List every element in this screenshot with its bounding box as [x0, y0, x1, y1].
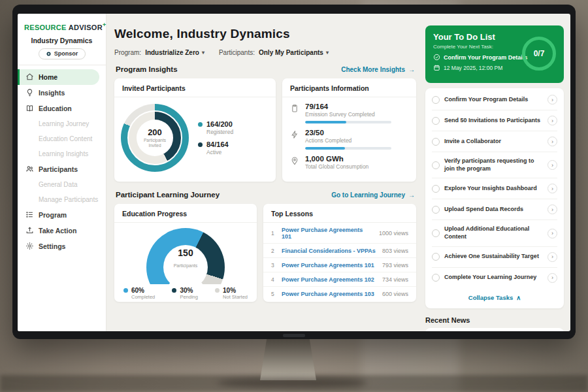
program-insights-cards: Invited Participants 200 Participants In…	[114, 78, 416, 182]
chevron-right-icon[interactable]: ›	[547, 204, 557, 214]
emission-survey-stat: 79/164 Emission Survey Completed	[290, 103, 408, 123]
task-checkbox[interactable]	[432, 96, 440, 104]
invited-participants-title: Invited Participants	[114, 78, 276, 97]
invited-participants-donut: 200 Participants Invited	[121, 104, 189, 172]
sidebar-item-participants[interactable]: Participants	[18, 161, 106, 177]
emission-survey-progressbar	[305, 121, 391, 123]
sponsor-icon	[46, 51, 52, 57]
education-progress-gauge: 150 Participants	[146, 228, 225, 284]
monitor-stand	[260, 338, 316, 380]
lesson-link[interactable]: Power Purchase Agreements 101	[282, 262, 377, 269]
participants-filter: Participants: Only My Participants ▾	[219, 49, 329, 56]
learning-cards: Education Progress 150 Participants	[114, 204, 416, 302]
task-row[interactable]: Upload Additional Educational Content ›	[432, 220, 557, 246]
invited-center-label: Participants Invited	[140, 138, 170, 148]
chevron-right-icon[interactable]: ›	[547, 229, 557, 238]
lesson-link[interactable]: Power Purchase Agreements 101	[282, 227, 374, 240]
arrow-right-icon: →	[408, 66, 415, 73]
registered-dot	[198, 122, 203, 127]
sidebar-item-settings[interactable]: Settings	[18, 238, 106, 254]
program-list-icon	[25, 210, 34, 219]
sidebar-item-manage-participants[interactable]: Manage Participants	[18, 192, 106, 207]
task-row[interactable]: Complete Your Learning Journey ›	[432, 268, 557, 288]
go-to-learning-journey-link[interactable]: Go to Learning Journey →	[331, 191, 415, 199]
sidebar-item-education-content[interactable]: Education Content	[18, 131, 106, 146]
task-checkbox[interactable]	[432, 229, 440, 237]
recent-news-card	[425, 328, 564, 331]
sponsor-badge[interactable]: Sponsor	[39, 48, 86, 59]
sponsor-label: Sponsor	[54, 50, 78, 57]
arrow-right-icon: →	[408, 191, 415, 199]
task-row[interactable]: Achieve One Sustainability Target ›	[432, 247, 557, 268]
program-insights-header: Program Insights Check More Insights →	[116, 65, 415, 73]
participants-filter-select[interactable]: Only My Participants ▾	[259, 49, 329, 56]
actions-progressbar	[305, 147, 391, 150]
sidebar-item-education[interactable]: Education	[18, 101, 106, 116]
sidebar-item-learning-insights[interactable]: Learning Insights	[18, 146, 106, 161]
task-row[interactable]: Confirm Your Program Details ›	[432, 90, 557, 110]
task-checkbox[interactable]	[432, 138, 440, 146]
task-row[interactable]: Send 50 Invitations to Participants ›	[432, 110, 557, 131]
sidebar-item-home[interactable]: Home	[18, 69, 99, 85]
task-row[interactable]: Invite a Collaborator ›	[432, 131, 557, 152]
check-more-insights-link[interactable]: Check More Insights →	[341, 66, 415, 73]
learning-journey-title: Participant Learning Journey	[116, 191, 220, 199]
consumption-stat: 1,000 GWh Total Global Consumption	[290, 155, 408, 170]
task-row[interactable]: Upload Spend Data Records ›	[432, 199, 557, 220]
chevron-right-icon[interactable]: ›	[547, 116, 557, 125]
education-progress-legend: 60% Completed 30% Pending	[114, 284, 257, 300]
chevron-right-icon[interactable]: ›	[547, 184, 557, 193]
sidebar-item-program[interactable]: Program	[18, 207, 106, 223]
program-filter-select[interactable]: Industrialize Zero ▾	[145, 49, 204, 56]
desk-background: RESOURCE ADVISOR+ Industry Dynamics Spon…	[0, 0, 588, 392]
task-row[interactable]: Explore Your Insights Dashboard ›	[432, 178, 557, 199]
legend-registered: 164/200 Registered	[198, 120, 233, 135]
chevron-down-icon: ▾	[326, 50, 329, 56]
sidebar-nav: Home Insights Education Learning Journey…	[18, 65, 106, 254]
task-checkbox[interactable]	[432, 161, 440, 169]
top-lessons-title: Top Lessons	[263, 204, 416, 223]
lesson-row: 3 Power Purchase Agreements 101 793 view…	[263, 258, 416, 272]
lesson-link[interactable]: Power Purchase Agreements 102	[282, 276, 377, 283]
todo-progress-ring: 0/7	[522, 37, 556, 71]
chevron-down-icon: ▾	[202, 50, 204, 56]
actions-completed-stat: 23/50 Actions Completed	[290, 129, 408, 150]
top-lessons-card: Top Lessons 1 Power Purchase Agreements …	[263, 204, 416, 302]
chevron-right-icon[interactable]: ›	[547, 137, 557, 146]
task-checkbox[interactable]	[432, 117, 440, 125]
todo-column: Your To Do List Complete Your Next Task:…	[424, 14, 570, 331]
sidebar: RESOURCE ADVISOR+ Industry Dynamics Spon…	[18, 14, 106, 331]
sidebar-item-learning-journey[interactable]: Learning Journey	[18, 116, 106, 131]
task-checkbox[interactable]	[432, 274, 440, 282]
lesson-link[interactable]: Financial Considerations - VPPAs	[282, 248, 377, 254]
legend-pending: 30% Pending	[172, 287, 198, 300]
collapse-tasks-link[interactable]: Collapse Tasks ∧	[432, 288, 557, 307]
chevron-right-icon[interactable]: ›	[547, 160, 557, 170]
sidebar-item-general-data[interactable]: General Data	[18, 177, 106, 192]
legend-completed: 60% Completed	[123, 287, 155, 300]
chevron-right-icon[interactable]: ›	[547, 273, 557, 283]
chevron-right-icon[interactable]: ›	[547, 95, 557, 105]
filter-bar: Program: Industrialize Zero ▾ Participan…	[114, 49, 416, 56]
invited-legend: 164/200 Registered 84/164 Active	[198, 115, 233, 161]
task-checkbox[interactable]	[432, 185, 440, 193]
lesson-row: 5 Power Purchase Agreements 103 600 view…	[263, 287, 416, 301]
recent-news-title: Recent News	[425, 316, 564, 324]
brand-logo[interactable]: RESOURCE ADVISOR+	[18, 20, 106, 33]
monitor: RESOURCE ADVISOR+ Industry Dynamics Spon…	[12, 5, 576, 339]
bolt-icon	[290, 130, 299, 139]
task-row[interactable]: Verify participants requesting to join t…	[432, 152, 557, 178]
lesson-row: 2 Financial Considerations - VPPAs 803 v…	[263, 244, 416, 258]
lesson-link[interactable]: Power Purchase Agreements 103	[282, 291, 377, 297]
survey-clipboard-icon	[290, 104, 299, 113]
program-filter: Program: Industrialize Zero ▾	[114, 49, 204, 56]
chevron-right-icon[interactable]: ›	[547, 252, 557, 262]
participants-information-title: Participants Information	[282, 78, 416, 97]
monitor-stand-shadow	[217, 378, 367, 388]
task-checkbox[interactable]	[432, 253, 440, 261]
sidebar-item-insights[interactable]: Insights	[18, 85, 106, 101]
take-action-icon	[25, 226, 34, 235]
todo-summary-card: Your To Do List Complete Your Next Task:…	[425, 25, 564, 83]
task-checkbox[interactable]	[432, 206, 440, 214]
sidebar-item-take-action[interactable]: Take Action	[18, 223, 106, 238]
